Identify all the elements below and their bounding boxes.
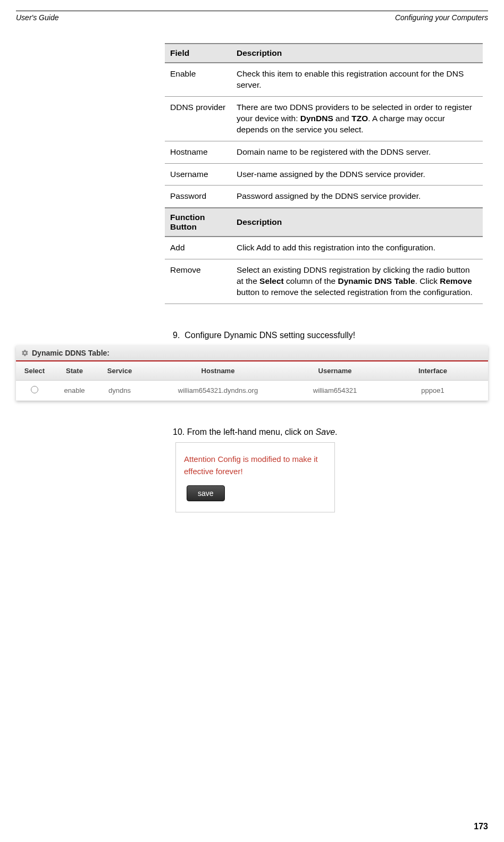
- select-radio-cell: [16, 381, 53, 401]
- table-header-description: Description: [231, 208, 483, 237]
- hostname-cell: william654321.dyndns.org: [144, 381, 292, 401]
- col-service: Service: [96, 361, 144, 381]
- interface-cell: pppoe1: [377, 381, 488, 401]
- field-cell: Hostname: [165, 141, 231, 163]
- step-9: 9. Configure Dynamic DNS setting success…: [165, 331, 483, 340]
- desc-cell: Click Add to add this registration into …: [231, 237, 483, 259]
- radio-icon[interactable]: [31, 386, 38, 393]
- field-cell: Enable: [165, 63, 231, 96]
- col-select: Select: [16, 361, 53, 381]
- service-cell: dyndns: [96, 381, 144, 401]
- table-row: Enable Check this item to enable this re…: [165, 63, 483, 96]
- desc-cell: Domain name to be registered with the DD…: [231, 141, 483, 163]
- ddns-table-figure: Dynamic DDNS Table: Select State Service…: [16, 346, 488, 401]
- ddns-title-bar: Dynamic DDNS Table:: [16, 346, 488, 360]
- desc-cell: There are two DDNS providers to be selec…: [231, 96, 483, 141]
- field-cell: DDNS provider: [165, 96, 231, 141]
- col-interface: Interface: [377, 361, 488, 381]
- table-row: Password Password assigned by the DDNS s…: [165, 186, 483, 208]
- save-figure: Attention Config is modified to make it …: [175, 442, 335, 512]
- header-left: User's Guide: [16, 13, 58, 22]
- save-button[interactable]: save: [187, 485, 225, 501]
- field-description-table: Field Description Enable Check this item…: [165, 43, 483, 304]
- desc-cell: Password assigned by the DDNS service pr…: [231, 186, 483, 208]
- desc-cell: Select an existing DDNS registration by …: [231, 259, 483, 304]
- field-cell: Username: [165, 163, 231, 186]
- table-row: Add Click Add to add this registration i…: [165, 237, 483, 259]
- table-header-function: Function Button: [165, 208, 231, 237]
- table-row: DDNS provider There are two DDNS provide…: [165, 96, 483, 141]
- field-cell: Password: [165, 186, 231, 208]
- page-number: 173: [474, 822, 488, 831]
- desc-cell: User-name assigned by the DDNS service p…: [231, 163, 483, 186]
- ddns-inner-table: Select State Service Hostname Username I…: [16, 360, 488, 401]
- attention-text: Attention Config is modified to make it …: [184, 453, 326, 477]
- ddns-title: Dynamic DDNS Table:: [32, 349, 110, 357]
- header-right: Configuring your Computers: [395, 13, 488, 22]
- page-header: User's Guide Configuring your Computers: [16, 13, 488, 22]
- col-hostname: Hostname: [144, 361, 292, 381]
- gear-icon: [21, 349, 29, 357]
- table-row: Remove Select an existing DDNS registrat…: [165, 259, 483, 304]
- table-row: Username User-name assigned by the DDNS …: [165, 163, 483, 186]
- username-cell: william654321: [292, 381, 377, 401]
- state-cell: enable: [53, 381, 96, 401]
- table-header-field: Field: [165, 44, 231, 63]
- ddns-row: enable dyndns william654321.dyndns.org w…: [16, 381, 488, 401]
- col-state: State: [53, 361, 96, 381]
- table-row: Hostname Domain name to be registered wi…: [165, 141, 483, 163]
- col-username: Username: [292, 361, 377, 381]
- field-cell: Remove: [165, 259, 231, 304]
- desc-cell: Check this item to enable this registrat…: [231, 63, 483, 96]
- step-10: 10. From the left-hand menu, click on Sa…: [165, 427, 483, 437]
- field-cell: Add: [165, 237, 231, 259]
- table-header-description: Description: [231, 44, 483, 63]
